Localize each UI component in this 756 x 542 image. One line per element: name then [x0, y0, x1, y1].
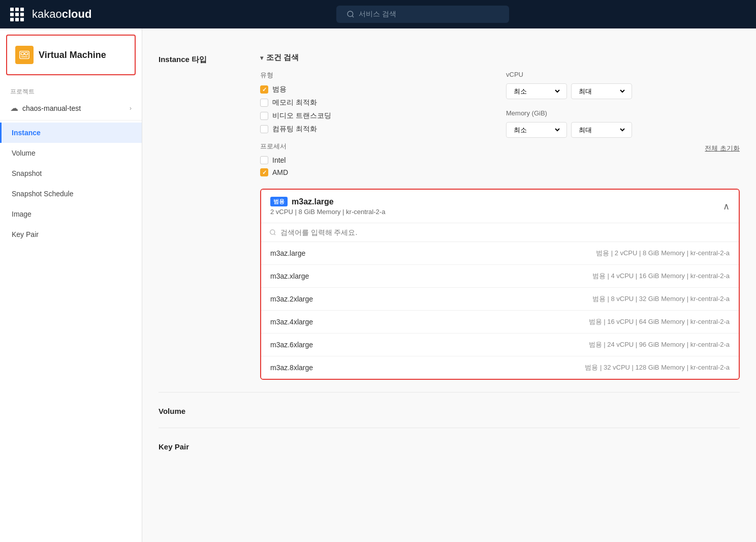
instance-search-icon	[269, 229, 276, 236]
instance-name: m3az.large	[292, 197, 334, 206]
filter-grid: 유형 범용 메모리 최적화 비디오 트랜스코딩	[260, 71, 740, 180]
checkbox-compute-label: 컴퓨팅 최적화	[272, 125, 317, 134]
logo: kakaocloud	[32, 8, 91, 21]
divider	[0, 120, 142, 121]
sidebar-item-image[interactable]: Image	[0, 204, 142, 224]
vcpu-range: 최소 최대	[506, 83, 740, 99]
instance-row-desc-6xlarge: 범용 | 24 vCPU | 96 GiB Memory | kr-centra…	[589, 340, 730, 349]
volume-section: Volume	[159, 393, 740, 428]
svg-line-7	[274, 234, 275, 235]
instance-row-desc-xlarge: 범용 | 4 vCPU | 16 GiB Memory | kr-central…	[592, 272, 730, 281]
svg-point-6	[270, 230, 275, 234]
keypair-label: Key Pair	[159, 440, 260, 451]
project-name: chaos-manual-test	[22, 104, 125, 112]
instance-row-name-4xlarge: m3az.4xlarge	[270, 318, 313, 326]
processor-filter-label: 프로세서	[260, 142, 494, 151]
vm-title: Virtual Machine	[39, 50, 106, 61]
instance-search-bar	[261, 223, 739, 242]
memory-max-select[interactable]: 최대	[571, 122, 632, 138]
checkbox-intel-label: Intel	[272, 156, 286, 164]
instance-row-2xlarge[interactable]: m3az.2xlarge 범용 | 8 vCPU | 32 GiB Memory…	[261, 288, 739, 311]
instance-specs: 2 vCPU | 8 GiB Memory | kr-central-2-a	[270, 208, 385, 216]
condition-search-header[interactable]: ▾ 조건 검색	[260, 53, 740, 63]
instance-row-6xlarge[interactable]: m3az.6xlarge 범용 | 24 vCPU | 96 GiB Memor…	[261, 334, 739, 356]
checkbox-intel-input[interactable]	[260, 156, 268, 164]
vm-header: Virtual Machine	[6, 35, 136, 75]
checkbox-bumyong[interactable]: 범용	[260, 85, 494, 94]
keypair-section: Key Pair	[159, 428, 740, 463]
sidebar-item-instance[interactable]: Instance	[0, 123, 142, 143]
search-placeholder: 서비스 검색	[359, 10, 396, 19]
checkbox-bumyong-label: 범용	[272, 85, 287, 94]
instance-type-section: Instance 타입 ▾ 조건 검색 유형	[159, 41, 740, 393]
instance-row-large[interactable]: m3az.large 범용 | 2 vCPU | 8 GiB Memory | …	[261, 242, 739, 265]
vcpu-max-select[interactable]: 최대	[571, 83, 632, 99]
memory-min-select[interactable]: 최소	[506, 122, 567, 138]
project-section-label: 프로젝트	[0, 81, 142, 98]
instance-row-name-8xlarge: m3az.8xlarge	[270, 364, 313, 372]
instance-row-desc-4xlarge: 범용 | 16 vCPU | 64 GiB Memory | kr-centra…	[589, 317, 730, 326]
checkbox-bumyong-input[interactable]	[260, 85, 268, 94]
instance-list: m3az.large 범용 | 2 vCPU | 8 GiB Memory | …	[261, 242, 739, 379]
checkbox-video-label: 비디오 트랜스코딩	[272, 111, 331, 121]
project-arrow-icon: ›	[130, 105, 132, 112]
project-item[interactable]: ☁ chaos-manual-test ›	[0, 98, 142, 118]
right-filters: vCPU 최소 최대	[506, 71, 740, 180]
checkbox-video[interactable]: 비디오 트랜스코딩	[260, 111, 494, 121]
chevron-down-icon: ▾	[260, 54, 263, 62]
sidebar: Virtual Machine 프로젝트 ☁ chaos-manual-test…	[0, 28, 142, 542]
sidebar-item-keypair[interactable]: Key Pair	[0, 224, 142, 245]
vcpu-min-select[interactable]: 최소	[506, 83, 567, 99]
sidebar-item-snapshot[interactable]: Snapshot	[0, 163, 142, 184]
instance-row-desc-large: 범용 | 2 vCPU | 8 GiB Memory | kr-central-…	[596, 249, 730, 258]
instance-row-8xlarge[interactable]: m3az.8xlarge 범용 | 32 vCPU | 128 GiB Memo…	[261, 356, 739, 379]
memory-label: Memory (GiB)	[506, 109, 740, 117]
search-icon	[346, 10, 355, 18]
left-filters: 유형 범용 메모리 최적화 비디오 트랜스코딩	[260, 71, 494, 180]
svg-rect-3	[21, 52, 24, 55]
keypair-content	[260, 440, 740, 451]
checkbox-compute[interactable]: 컴퓨팅 최적화	[260, 125, 494, 134]
vcpu-label: vCPU	[506, 71, 740, 78]
checkbox-compute-input[interactable]	[260, 125, 268, 133]
svg-line-1	[352, 16, 354, 17]
svg-point-0	[348, 11, 353, 17]
instance-type-label: Instance 타입	[159, 53, 260, 380]
vcpu-min-dropdown[interactable]: 최소	[512, 87, 561, 96]
instance-row-xlarge[interactable]: m3az.xlarge 범용 | 4 vCPU | 16 GiB Memory …	[261, 265, 739, 288]
checkbox-memory-input[interactable]	[260, 99, 268, 107]
checkbox-memory[interactable]: 메모리 최적화	[260, 98, 494, 107]
apps-icon[interactable]	[10, 8, 24, 21]
instance-search-input[interactable]	[280, 228, 731, 236]
memory-min-dropdown[interactable]: 최소	[512, 126, 561, 134]
cloud-icon: ☁	[10, 103, 18, 113]
volume-label: Volume	[159, 405, 260, 415]
checkbox-video-input[interactable]	[260, 112, 268, 120]
checkbox-intel[interactable]: Intel	[260, 156, 494, 164]
search-bar[interactable]: 서비스 검색	[336, 6, 509, 23]
memory-max-dropdown[interactable]: 최대	[577, 126, 626, 134]
checkbox-amd-input[interactable]	[260, 168, 268, 176]
sidebar-item-volume[interactable]: Volume	[0, 143, 142, 163]
instance-row-name-6xlarge: m3az.6xlarge	[270, 341, 313, 349]
checkbox-memory-label: 메모리 최적화	[272, 98, 317, 107]
reset-link[interactable]: 전체 초기화	[506, 144, 740, 153]
instance-row-name-xlarge: m3az.xlarge	[270, 272, 309, 280]
instance-card: 범용 m3az.large 2 vCPU | 8 GiB Memory | kr…	[260, 189, 740, 380]
sidebar-item-snapshot-schedule[interactable]: Snapshot Schedule	[0, 184, 142, 204]
collapse-icon[interactable]: ∧	[723, 201, 730, 212]
vcpu-max-dropdown[interactable]: 최대	[577, 87, 626, 96]
instance-row-desc-2xlarge: 범용 | 8 vCPU | 32 GiB Memory | kr-central…	[592, 294, 730, 304]
condition-search-title: 조건 검색	[266, 53, 299, 63]
top-nav: kakaocloud 서비스 검색	[0, 0, 756, 28]
instance-row-desc-8xlarge: 범용 | 32 vCPU | 128 GiB Memory | kr-centr…	[585, 363, 730, 372]
instance-row-4xlarge[interactable]: m3az.4xlarge 범용 | 16 vCPU | 64 GiB Memor…	[261, 311, 739, 334]
checkbox-amd[interactable]: AMD	[260, 168, 494, 176]
instance-card-header[interactable]: 범용 m3az.large 2 vCPU | 8 GiB Memory | kr…	[261, 190, 739, 223]
instance-row-name-large: m3az.large	[270, 249, 305, 257]
instance-type-content: ▾ 조건 검색 유형 범용	[260, 53, 740, 380]
main-content: Instance 타입 ▾ 조건 검색 유형	[142, 28, 756, 542]
volume-content	[260, 405, 740, 415]
instance-badge: 범용	[270, 197, 288, 206]
vm-icon	[15, 46, 34, 64]
